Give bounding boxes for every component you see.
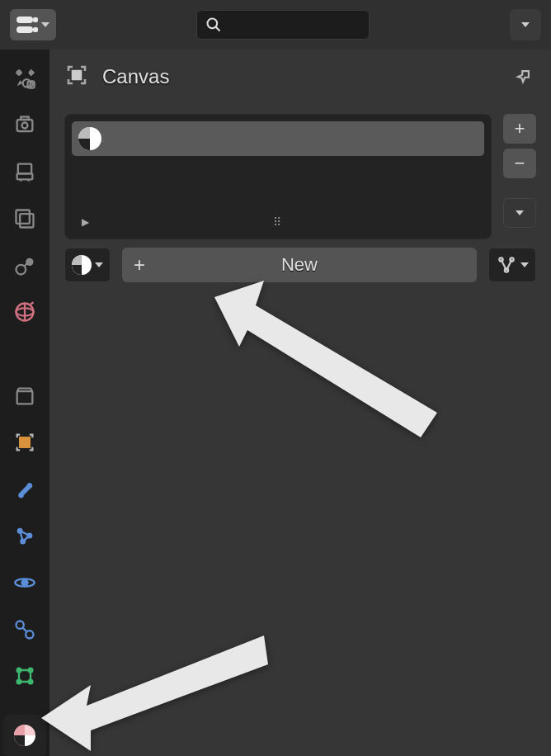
svg-point-12 [16,264,26,274]
remove-slot-button[interactable]: − [503,149,536,178]
svg-rect-7 [17,174,33,180]
tool-tab-icon[interactable] [12,66,38,92]
output-tab-icon[interactable] [12,159,38,185]
svg-rect-6 [18,164,31,174]
svg-point-21 [22,580,28,586]
physics-tab-icon[interactable] [12,570,38,596]
constraints-tab-icon[interactable] [12,617,38,642]
expand-icon[interactable]: ▶ [82,216,89,228]
material-tab-icon[interactable] [3,715,46,756]
editor-type-selector[interactable] [10,9,56,40]
svg-point-0 [208,19,218,29]
grip-icon[interactable]: ⠿ [273,215,283,229]
data-tab-icon[interactable] [12,664,38,689]
new-material-button[interactable]: + New [122,248,477,282]
svg-point-23 [16,621,24,628]
search-wrap [63,10,503,40]
scene-tab-icon[interactable] [12,253,38,278]
svg-rect-17 [19,437,31,448]
svg-point-5 [22,122,28,128]
panel-title: Canvas [102,65,169,88]
collection-tab-icon[interactable] [12,383,38,409]
material-slot[interactable] [72,121,484,156]
particles-tab-icon[interactable] [12,523,38,549]
topbar [0,0,551,50]
properties-tabs [0,50,49,756]
material-browse-dropdown[interactable] [64,248,111,282]
material-panel: Canvas ▶ ⠿ + − [49,50,551,756]
pin-button[interactable] [510,64,536,90]
svg-line-1 [216,27,220,31]
svg-point-24 [26,631,33,638]
viewlayer-tab-icon[interactable] [12,206,38,232]
plus-icon: + [134,253,145,276]
svg-rect-11 [16,210,30,223]
svg-rect-3 [17,120,33,131]
node-tree-dropdown[interactable] [488,248,536,282]
render-tab-icon[interactable] [12,113,38,139]
svg-rect-4 [21,116,28,120]
search-input[interactable] [196,10,370,40]
options-dropdown[interactable] [510,9,541,40]
new-button-label: New [134,254,465,276]
material-slot-list[interactable]: ▶ ⠿ [64,114,492,239]
add-slot-button[interactable]: + [503,114,536,144]
svg-rect-16 [17,391,33,404]
world-tab-icon[interactable] [12,300,38,325]
object-tab-icon[interactable] [12,430,38,456]
slot-specials-dropdown[interactable] [503,198,536,228]
svg-rect-10 [20,214,33,227]
modifier-tab-icon[interactable] [12,477,38,503]
svg-rect-29 [72,70,82,81]
canvas-icon [64,63,89,91]
